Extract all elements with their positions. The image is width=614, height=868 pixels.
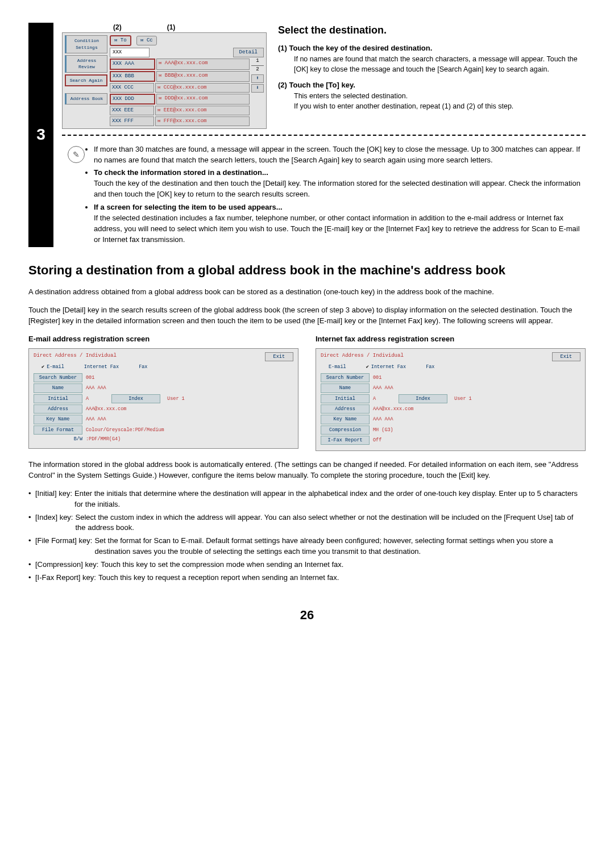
after-paragraph: The information stored in the global add… [28, 460, 586, 481]
dashed-divider [62, 135, 586, 136]
index-key-label: [Index] key: [35, 512, 73, 534]
initial-key[interactable]: Initial [321, 394, 370, 403]
file-format-key-label: [File Format] key: [35, 536, 92, 557]
step-number: 3 [36, 123, 45, 147]
name-key[interactable]: Name [34, 383, 82, 393]
dest-key[interactable]: XXX BBB [110, 71, 155, 82]
dest-key[interactable]: XXX DDD [110, 94, 155, 105]
step-3-block: 3 (2) (1) Condition Settings Address Rev… [28, 23, 586, 247]
email-reg-screen: Direct Address / Individual Exit ✔E-mail… [28, 348, 298, 449]
keyname-key[interactable]: Key Name [321, 415, 370, 424]
dest-key[interactable]: XXX FFF [110, 116, 154, 126]
fax-tab[interactable]: Fax [418, 363, 442, 371]
note-2: To check the information stored in a des… [94, 168, 586, 200]
breadcrumb: Direct Address / Individual [321, 353, 404, 358]
compression-key-label: [Compression] key: [35, 560, 98, 570]
file-format-key[interactable]: File Format [34, 425, 82, 435]
page-denominator: 2 [251, 65, 264, 73]
dest-mail: ✉ BBB@xx.xxx.com [156, 71, 250, 82]
notes-block: ✎ If more than 30 matches are found, a m… [62, 141, 586, 248]
screenshot-column: (2) (1) Condition Settings Address Revie… [62, 23, 267, 129]
search-results-screen: Condition Settings Address Review Search… [62, 32, 267, 128]
keyname-key[interactable]: Key Name [34, 415, 82, 424]
instruction-title: Select the destination. [278, 23, 586, 37]
address-key[interactable]: Address [34, 404, 82, 414]
storing-title: Storing a destination from a global addr… [28, 261, 586, 279]
page-number: 26 [28, 606, 586, 624]
manual-keys-list: •[Initial] key:Enter the initials that d… [28, 489, 586, 583]
address-book-tab[interactable]: Address Book [65, 93, 107, 105]
cc-key[interactable]: ✉ Cc [136, 36, 157, 45]
ifax-reg-screen: Direct Address / Individual Exit E-mail … [316, 348, 586, 452]
email-reg-column: E-mail address registration screen Direc… [28, 334, 316, 451]
index-key[interactable]: Index [399, 394, 447, 403]
ifax-tab[interactable]: ✔Internet Fax [358, 363, 414, 371]
ifax-reg-title: Internet fax address registration screen [316, 334, 586, 345]
condition-settings-tab[interactable]: Condition Settings [65, 35, 107, 53]
ifax-report-key[interactable]: I-Fax Report [321, 436, 370, 445]
instruction-column: Select the destination. (1) Touch the ke… [267, 23, 586, 129]
breadcrumb: Direct Address / Individual [34, 353, 117, 358]
dest-key[interactable]: XXX EEE [110, 106, 154, 115]
exit-button[interactable]: Exit [265, 352, 293, 361]
search-text: XXX [110, 48, 150, 57]
step-2-label: (2) [278, 81, 287, 89]
initial-key[interactable]: Initial [34, 394, 82, 403]
exit-button[interactable]: Exit [552, 352, 580, 361]
detail-button[interactable]: Detail [233, 48, 264, 57]
step-content: (2) (1) Condition Settings Address Revie… [53, 23, 586, 247]
dest-mail: ✉ CCC@xx.xxx.com [155, 83, 250, 93]
callout-2: (2) [113, 23, 122, 32]
to-key[interactable]: ✉ To [110, 35, 131, 46]
ifax-report-key-label: [I-Fax Report] key: [35, 573, 96, 583]
step-1-label: (1) [278, 44, 287, 52]
step-1-body: If no names are found that match the sea… [294, 54, 586, 74]
address-review-tab[interactable]: Address Review [65, 55, 107, 73]
step-1-head: Touch the key of the desired destination… [289, 44, 433, 52]
fax-tab[interactable]: Fax [131, 363, 155, 371]
email-tab[interactable]: ✔E-mail [34, 363, 72, 371]
note-3: If a screen for selecting the item to be… [94, 202, 586, 245]
page-up-button[interactable]: ⬆ [251, 74, 264, 83]
note-1: If more than 30 matches are found, a mes… [94, 144, 586, 166]
ifax-tab[interactable]: Internet Fax [76, 363, 127, 371]
dest-mail: ✉ AAA@xx.xxx.com [156, 59, 250, 69]
compression-key[interactable]: Compression [321, 425, 370, 435]
name-key[interactable]: Name [321, 383, 370, 393]
step-2-body1: This enters the selected destination. [294, 91, 586, 101]
dest-mail: ✉ EEE@xx.xxx.com [155, 106, 250, 115]
page-numerator: 1 [251, 57, 264, 65]
initial-key-label: [Initial] key: [35, 489, 72, 510]
dest-mail: ✉ FFF@xx.xxx.com [155, 116, 250, 126]
dest-key[interactable]: XXX CCC [110, 83, 154, 93]
search-number-key[interactable]: Search Number [34, 373, 82, 382]
step-2-head: Touch the [To] key. [289, 81, 355, 89]
index-key[interactable]: Index [111, 394, 160, 403]
search-number-key[interactable]: Search Number [321, 373, 370, 382]
step-2-body2: If you wish to enter another destination… [294, 101, 586, 111]
callout-1: (1) [167, 23, 176, 32]
storing-p2: Touch the [Detail] key in the search res… [28, 305, 586, 327]
storing-p1: A destination address obtained from a gl… [28, 287, 586, 298]
page-down-button[interactable]: ⬇ [251, 84, 264, 93]
email-reg-title: E-mail address registration screen [28, 334, 298, 345]
dest-key[interactable]: XXX AAA [110, 59, 155, 69]
pencil-icon: ✎ [68, 146, 85, 163]
step-number-bar: 3 [28, 23, 53, 247]
dest-mail: ✉ DDD@xx.xxx.com [156, 94, 250, 105]
ifax-reg-column: Internet fax address registration screen… [316, 334, 586, 451]
email-tab[interactable]: E-mail [321, 363, 354, 371]
search-again-tab[interactable]: Search Again [65, 74, 107, 87]
address-key[interactable]: Address [321, 404, 370, 414]
